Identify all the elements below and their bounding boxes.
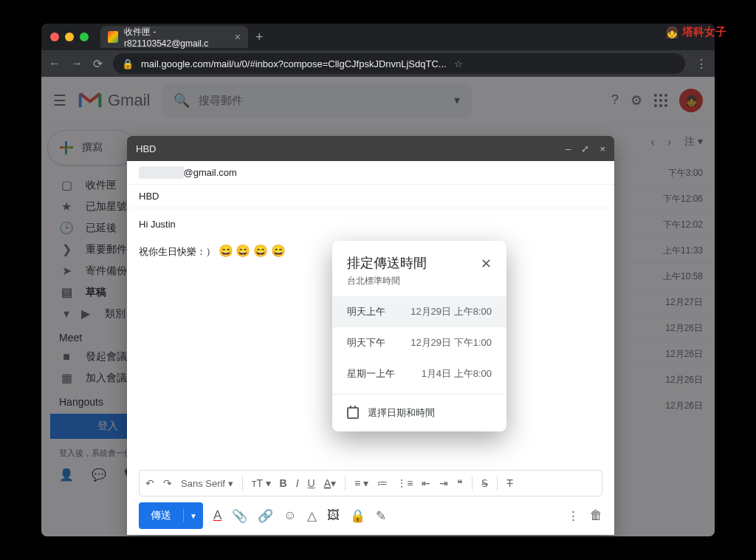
confidential-icon[interactable]: 🔒 — [350, 508, 365, 524]
tab-strip: 收件匣 - r821103542@gmail.c × + — [100, 24, 264, 50]
drive-icon[interactable]: △ — [307, 508, 317, 524]
indent-less-icon[interactable]: ⇤ — [422, 477, 430, 489]
window-controls — [50, 33, 89, 41]
font-select[interactable]: Sans Serif ▾ — [181, 478, 233, 489]
redo-icon[interactable]: ↷ — [163, 477, 172, 489]
schedule-close-icon[interactable]: ✕ — [481, 256, 492, 272]
emoji-grin-icon: 😄 — [219, 245, 233, 257]
bullet-list-icon[interactable]: ⋮≡ — [396, 477, 413, 489]
compose-title: HBD — [136, 143, 156, 154]
image-icon[interactable]: 🖼 — [327, 508, 340, 523]
discard-icon[interactable]: 🗑 — [590, 508, 602, 524]
schedule-option[interactable]: 星期一上午1月4日 上午8:00 — [332, 358, 506, 389]
recipient-domain: @gmail.com — [184, 167, 237, 178]
schedule-custom-label: 選擇日期和時間 — [368, 406, 435, 420]
reload-button[interactable]: ⟳ — [93, 57, 103, 71]
bold-icon[interactable]: B — [280, 477, 287, 489]
compose-close-icon[interactable]: × — [599, 143, 605, 154]
back-button[interactable]: ← — [49, 57, 61, 70]
gmail-app: ☰ Gmail 🔍 ▾ ? ⚙ 👧 — [41, 77, 715, 536]
strikethrough-icon[interactable]: S̶ — [481, 477, 488, 489]
new-tab-button[interactable]: + — [255, 30, 264, 45]
format-toolbar: ↶ ↷ Sans Serif ▾ тT ▾ B I U A ▾ ≡ ▾ ≔ ⋮≡… — [139, 470, 602, 496]
recipient-masked: xxxxx — [139, 166, 184, 179]
tab-title: 收件匣 - r821103542@gmail.c — [124, 26, 229, 49]
schedule-custom-option[interactable]: 選擇日期和時間 — [332, 395, 506, 431]
browser-window: 收件匣 - r821103542@gmail.c × + ← → ⟳ 🔒 mai… — [41, 24, 715, 536]
schedule-option-label: 星期一上午 — [347, 367, 395, 380]
link-icon[interactable]: 🔗 — [258, 508, 273, 524]
compose-header[interactable]: HBD – ⤢ × — [127, 136, 614, 161]
pen-icon[interactable]: ✎ — [376, 508, 386, 524]
emoji-icon[interactable]: ☺ — [284, 508, 296, 523]
url-text: mail.google.com/mail/u/0/#inbox?compose=… — [141, 58, 447, 69]
compose-to-field[interactable]: xxxxx@gmail.com — [127, 161, 614, 185]
emoji-grin-icon: 😄 — [236, 245, 250, 257]
clear-format-icon[interactable]: T — [506, 477, 513, 489]
compose-minimize-icon[interactable]: – — [566, 143, 571, 154]
schedule-option-value: 1月4日 上午8:00 — [422, 367, 492, 380]
browser-menu-button[interactable]: ⋮ — [695, 57, 707, 71]
compose-footer: 傳送 ▼ A 📎 🔗 ☺ △ 🖼 🔒 ✎ ⋮ 🗑 — [127, 496, 614, 535]
schedule-option-value: 12月29日 下午1:00 — [410, 336, 492, 349]
address-bar: ← → ⟳ 🔒 mail.google.com/mail/u/0/#inbox?… — [41, 50, 715, 77]
star-icon[interactable]: ☆ — [454, 58, 463, 69]
attach-icon[interactable]: 📎 — [232, 508, 247, 524]
watermark: 👧 塔科女子 — [665, 25, 726, 39]
send-button[interactable]: 傳送 ▼ — [139, 502, 203, 529]
text-format-icon[interactable]: A — [213, 508, 221, 523]
compose-subject-field[interactable]: HBD — [127, 185, 614, 208]
schedule-title: 排定傳送時間 — [347, 254, 427, 272]
numbered-list-icon[interactable]: ≔ — [377, 477, 388, 489]
maximize-window-button[interactable] — [80, 33, 89, 41]
compose-expand-icon[interactable]: ⤢ — [581, 143, 589, 154]
tab-close-icon[interactable]: × — [235, 31, 241, 43]
underline-icon[interactable]: U — [308, 477, 315, 489]
more-options-icon[interactable]: ⋮ — [567, 508, 580, 524]
align-icon[interactable]: ≡ ▾ — [354, 477, 368, 489]
font-size-icon[interactable]: тT ▾ — [252, 477, 271, 489]
emoji-grin-icon: 😄 — [271, 245, 286, 257]
text-color-icon[interactable]: A ▾ — [324, 477, 336, 489]
schedule-option[interactable]: 明天上午12月29日 上午8:00 — [332, 296, 506, 327]
browser-tab[interactable]: 收件匣 - r821103542@gmail.c × — [100, 26, 248, 48]
send-dropdown-icon[interactable]: ▼ — [184, 512, 203, 520]
italic-icon[interactable]: I — [296, 477, 299, 489]
indent-more-icon[interactable]: ⇥ — [439, 477, 448, 489]
calendar-icon — [347, 407, 359, 419]
undo-icon[interactable]: ↶ — [145, 477, 154, 489]
forward-button[interactable]: → — [71, 57, 83, 70]
minimize-window-button[interactable] — [65, 33, 74, 41]
lock-icon: 🔒 — [122, 58, 134, 69]
schedule-send-dialog: 排定傳送時間 ✕ 台北標準時間 明天上午12月29日 上午8:00明天下午12月… — [332, 241, 506, 431]
body-line-1: Hi Justin — [139, 216, 602, 234]
emoji-grin-icon: 😄 — [253, 245, 268, 257]
body-line-2: 祝你生日快樂：） — [139, 246, 216, 257]
schedule-subtitle: 台北標準時間 — [332, 275, 506, 296]
gmail-favicon-icon — [108, 31, 118, 43]
close-window-button[interactable] — [50, 33, 59, 41]
schedule-option[interactable]: 明天下午12月29日 下午1:00 — [332, 327, 506, 358]
titlebar: 收件匣 - r821103542@gmail.c × + — [41, 24, 715, 50]
schedule-option-value: 12月29日 上午8:00 — [410, 305, 492, 318]
schedule-option-label: 明天上午 — [347, 305, 385, 318]
schedule-option-label: 明天下午 — [347, 336, 385, 349]
url-field[interactable]: 🔒 mail.google.com/mail/u/0/#inbox?compos… — [113, 53, 685, 74]
quote-icon[interactable]: ❝ — [457, 477, 463, 489]
